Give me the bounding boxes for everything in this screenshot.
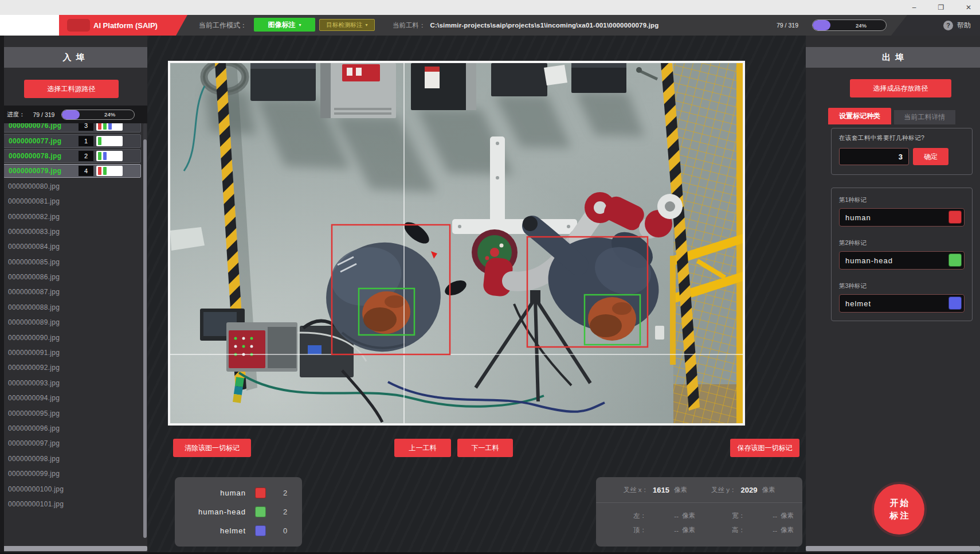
file-row[interactable]: 0000000095.jpg bbox=[0, 405, 143, 420]
unit-label: 像素 bbox=[777, 512, 798, 520]
crosshair-y-label: 叉丝 y： bbox=[711, 486, 736, 494]
file-row[interactable]: 0000000097.jpg bbox=[0, 436, 143, 451]
stats-panel: 叉丝 x： 1615 像素 叉丝 y： 2029 像素 左： -- 像素 宽： … bbox=[596, 477, 802, 547]
legend-color-chip bbox=[255, 525, 266, 536]
file-row[interactable]: 0000000077.jpg1 bbox=[0, 133, 143, 148]
select-output-path-button[interactable]: 选择成品存放路径 bbox=[850, 79, 951, 97]
progress-percent: 24% bbox=[85, 110, 135, 119]
help-button[interactable]: ? 帮助 bbox=[891, 15, 980, 36]
file-row[interactable]: 0000000091.jpg bbox=[0, 345, 143, 360]
legend-row: helmet0 bbox=[175, 521, 302, 540]
logo-area bbox=[0, 15, 59, 36]
box-left-label: 左： bbox=[607, 512, 649, 520]
legend-row: human-head2 bbox=[175, 502, 302, 521]
label-types-section: 第1种标记human第2种标记human-head第3种标记helmet bbox=[831, 188, 973, 321]
file-row[interactable]: 0000000089.jpg bbox=[0, 315, 143, 330]
file-row[interactable]: 0000000087.jpg bbox=[0, 284, 143, 299]
file-row[interactable]: 0000000076.jpg3 bbox=[0, 123, 143, 133]
crosshair-y-value: 2029 bbox=[740, 486, 757, 494]
clear-annotations-button[interactable]: 清除该图一切标记 bbox=[173, 439, 251, 457]
file-row[interactable]: 0000000085.jpg bbox=[0, 255, 143, 270]
label-color-swatch[interactable] bbox=[948, 253, 962, 267]
restore-icon[interactable]: ❐ bbox=[935, 0, 947, 15]
file-row[interactable]: 0000000098.jpg bbox=[0, 451, 143, 466]
start-button-line2: 标注 bbox=[888, 509, 911, 522]
file-row[interactable]: 0000000093.jpg bbox=[0, 376, 143, 391]
label-count-section: 在该套工料中将要打几种标记? 确定 bbox=[831, 128, 973, 175]
photo-scene bbox=[170, 63, 743, 423]
file-row[interactable]: 0000000094.jpg bbox=[0, 391, 143, 405]
close-icon[interactable]: ✕ bbox=[963, 0, 974, 15]
help-label: 帮助 bbox=[957, 21, 971, 30]
select-source-path-button[interactable]: 选择工料源路径 bbox=[24, 80, 119, 98]
previous-image-button[interactable]: 上一工料 bbox=[394, 439, 451, 457]
box-readout: 左： -- 像素 宽： -- 像素 顶： -- 像素 高： -- 像素 bbox=[596, 503, 802, 537]
file-row[interactable]: 0000000079.jpg4 bbox=[0, 163, 143, 178]
confirm-button[interactable]: 确定 bbox=[913, 148, 948, 165]
file-row[interactable]: 0000000080.jpg bbox=[0, 179, 143, 194]
box-top-label: 顶： bbox=[607, 526, 649, 535]
label-color-swatch[interactable] bbox=[948, 210, 962, 224]
current-file-path: C:\simmir-projects\saip\projects\s1\inco… bbox=[430, 22, 659, 29]
file-row[interactable]: 0000000090.jpg bbox=[0, 330, 143, 345]
tab-set-label-types[interactable]: 设置标记种类 bbox=[828, 108, 891, 124]
label-groups: 第1种标记human第2种标记human-head第3种标记helmet bbox=[839, 196, 965, 313]
file-row[interactable]: 0000000086.jpg bbox=[0, 270, 143, 284]
file-row[interactable]: 00000000101.jpg bbox=[0, 497, 143, 510]
crosshair-readout: 叉丝 x： 1615 像素 叉丝 y： 2029 像素 bbox=[596, 477, 802, 503]
appbar: AI Platform (SAIP) 当前工作模式： 图像标注 ▾ 目标检测标注… bbox=[0, 15, 980, 36]
label-name-input[interactable]: human bbox=[839, 208, 965, 227]
label-type-group: 第3种标记helmet bbox=[839, 282, 965, 313]
start-button-line1: 开始 bbox=[888, 497, 911, 510]
mode-primary-value: 图像标注 bbox=[268, 20, 295, 30]
output-tabs: 设置标记种类 当前工料详情 bbox=[828, 108, 955, 124]
label-count-input[interactable] bbox=[839, 148, 909, 165]
file-row[interactable]: 0000000078.jpg2 bbox=[0, 149, 143, 163]
progress-percent: 24% bbox=[836, 20, 886, 30]
file-row[interactable]: 0000000082.jpg bbox=[0, 209, 143, 224]
progress-label: 进度： bbox=[7, 111, 25, 119]
label-name-input[interactable]: human-head bbox=[839, 251, 965, 270]
mode-secondary-dropdown[interactable]: 目标检测标注 ▾ bbox=[319, 19, 375, 31]
annotation-canvas[interactable] bbox=[168, 61, 745, 426]
legend-color-chip bbox=[255, 506, 266, 517]
file-row[interactable]: 0000000084.jpg bbox=[0, 239, 143, 254]
file-row[interactable]: 00000000100.jpg bbox=[0, 481, 143, 496]
file-row[interactable]: 0000000081.jpg bbox=[0, 194, 143, 209]
start-annotation-button[interactable]: 开始 标注 bbox=[874, 484, 924, 535]
label-name-input[interactable]: helmet bbox=[839, 294, 965, 313]
file-row[interactable]: 0000000096.jpg bbox=[0, 421, 143, 436]
crosshair-x-value: 1615 bbox=[653, 486, 669, 494]
tab-current-file-details[interactable]: 当前工料详情 bbox=[894, 110, 955, 124]
label-type-group: 第2种标记human-head bbox=[839, 239, 965, 270]
list-progress-strip: 进度： 79 / 319 24% bbox=[0, 106, 147, 123]
file-row[interactable]: 0000000092.jpg bbox=[0, 360, 143, 375]
output-panel-title: 出埠 bbox=[806, 47, 980, 68]
app-window: – ❐ ✕ AI Platform (SAIP) 当前工作模式： 图像标注 ▾ … bbox=[0, 0, 980, 554]
unit-label: 像素 bbox=[777, 526, 798, 535]
file-list-scrollbar-thumb[interactable] bbox=[143, 139, 147, 538]
legend-color-chip bbox=[255, 487, 266, 498]
legend-panel: human2human-head2helmet0 bbox=[175, 477, 302, 547]
minimize-icon[interactable]: – bbox=[908, 0, 920, 15]
file-row[interactable]: 0000000088.jpg bbox=[0, 300, 143, 315]
help-icon: ? bbox=[943, 21, 953, 30]
mode-primary-dropdown[interactable]: 图像标注 ▾ bbox=[254, 18, 315, 32]
crosshair-x-label: 叉丝 x： bbox=[624, 486, 648, 494]
chevron-down-icon: ▾ bbox=[365, 22, 367, 28]
unit-label: 像素 bbox=[679, 526, 699, 535]
label-color-swatch[interactable] bbox=[948, 296, 962, 310]
file-row[interactable]: 0000000099.jpg bbox=[0, 466, 143, 481]
unit-label: 像素 bbox=[762, 486, 775, 494]
next-image-button[interactable]: 下一工料 bbox=[457, 439, 513, 457]
box-width-label: 宽： bbox=[699, 512, 747, 520]
file-row[interactable]: 0000000083.jpg bbox=[0, 224, 143, 239]
box-top-value: -- bbox=[649, 527, 679, 534]
legend-row: human2 bbox=[175, 483, 302, 502]
left-horizontal-scrollbar[interactable] bbox=[0, 546, 147, 551]
brand-banner: AI Platform (SAIP) bbox=[59, 15, 187, 36]
progress-bar-fill bbox=[813, 20, 830, 30]
right-horizontal-scrollbar[interactable] bbox=[806, 546, 980, 551]
titlebar: – ❐ ✕ bbox=[0, 0, 980, 15]
save-annotations-button[interactable]: 保存该图一切标记 bbox=[730, 439, 799, 457]
